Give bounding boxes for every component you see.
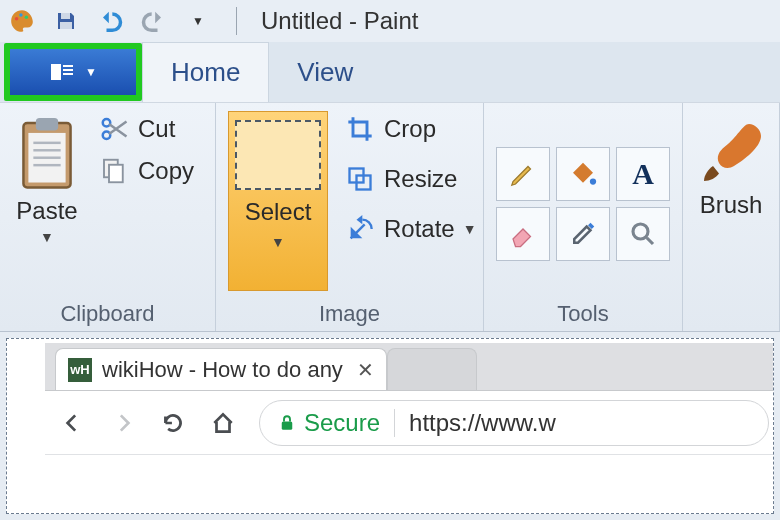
resize-button[interactable]: Resize <box>340 161 481 197</box>
clipboard-icon <box>16 115 78 193</box>
eraser-icon <box>508 219 538 249</box>
customize-qat-icon[interactable]: ▼ <box>184 7 212 35</box>
cut-label: Cut <box>138 115 175 143</box>
fill-icon <box>568 159 598 189</box>
tool-fill[interactable] <box>556 147 610 201</box>
svg-rect-4 <box>60 22 72 29</box>
save-icon[interactable] <box>52 7 80 35</box>
browser-tab-strip: wH wikiHow - How to do any ✕ <box>45 343 774 391</box>
picker-icon <box>568 219 598 249</box>
group-brushes: Brush <box>683 103 780 331</box>
browser-tab-inactive <box>387 348 477 390</box>
tool-pencil[interactable] <box>496 147 550 201</box>
crop-icon <box>344 113 376 145</box>
svg-rect-3 <box>61 13 70 19</box>
tool-text[interactable]: A <box>616 147 670 201</box>
group-image: Select ▼ Crop Resize <box>216 103 484 331</box>
omnibox-separator <box>394 409 395 437</box>
tab-view[interactable]: View <box>269 43 381 102</box>
chevron-down-icon: ▼ <box>271 234 285 250</box>
crop-button[interactable]: Crop <box>340 111 481 147</box>
svg-point-2 <box>25 15 28 18</box>
group-label-image: Image <box>228 297 471 327</box>
file-tab[interactable]: ▼ <box>10 49 136 95</box>
title-separator <box>236 7 237 35</box>
rotate-icon <box>344 213 376 245</box>
secure-label: Secure <box>304 409 380 437</box>
svg-rect-7 <box>63 65 73 67</box>
group-label-tools: Tools <box>496 297 670 327</box>
svg-rect-9 <box>63 73 73 75</box>
select-rect-icon <box>235 120 321 190</box>
home-icon <box>209 409 237 437</box>
canvas[interactable]: wH wikiHow - How to do any ✕ <box>6 338 774 514</box>
svg-point-0 <box>15 17 18 20</box>
rotate-label: Rotate <box>384 215 455 243</box>
paste-label: Paste <box>16 197 77 225</box>
text-icon: A <box>632 157 654 191</box>
file-tab-highlight: ▼ <box>4 43 142 101</box>
browser-tab-title: wikiHow - How to do any <box>102 357 343 383</box>
copy-icon <box>98 155 130 187</box>
svg-rect-8 <box>63 69 73 71</box>
back-icon <box>59 409 87 437</box>
svg-point-23 <box>590 178 596 184</box>
chevron-down-icon: ▼ <box>40 229 54 245</box>
redo-icon[interactable] <box>140 7 168 35</box>
title-bar: ▼ Untitled - Paint <box>0 0 780 42</box>
pasted-browser-image: wH wikiHow - How to do any ✕ <box>45 343 774 455</box>
tab-home[interactable]: Home <box>142 42 269 102</box>
undo-icon[interactable] <box>96 7 124 35</box>
tool-magnifier[interactable] <box>616 207 670 261</box>
canvas-area: wH wikiHow - How to do any ✕ <box>0 332 780 520</box>
group-clipboard: Paste ▼ Cut Copy Clipboard <box>0 103 216 331</box>
secure-indicator: Secure <box>278 409 380 437</box>
copy-label: Copy <box>138 157 194 185</box>
address-bar: Secure https://www.w <box>259 400 769 446</box>
resize-label: Resize <box>384 165 457 193</box>
svg-rect-6 <box>51 64 61 80</box>
brushes-label: Brush <box>700 191 763 219</box>
browser-tab-active: wH wikiHow - How to do any ✕ <box>55 348 387 390</box>
window-title: Untitled - Paint <box>261 7 418 35</box>
scissors-icon <box>98 113 130 145</box>
svg-point-1 <box>19 13 22 16</box>
copy-button[interactable]: Copy <box>94 153 198 189</box>
wikihow-favicon: wH <box>68 358 92 382</box>
magnifier-icon <box>628 219 658 249</box>
ribbon: Paste ▼ Cut Copy Clipboard <box>0 102 780 332</box>
resize-icon <box>344 163 376 195</box>
file-tab-arrow-icon: ▼ <box>85 65 97 79</box>
svg-rect-25 <box>282 421 293 429</box>
url-text: https://www.w <box>409 409 556 437</box>
svg-rect-20 <box>109 165 123 183</box>
palette-icon[interactable] <box>8 7 36 35</box>
group-tools: A Tools <box>484 103 683 331</box>
browser-toolbar: Secure https://www.w <box>45 391 774 455</box>
brush-icon <box>695 115 767 187</box>
svg-point-24 <box>633 224 648 239</box>
cut-button[interactable]: Cut <box>94 111 198 147</box>
svg-rect-12 <box>36 118 58 130</box>
reload-icon <box>159 409 187 437</box>
select-button[interactable]: Select ▼ <box>228 111 328 291</box>
paste-button[interactable]: Paste ▼ <box>12 111 82 297</box>
brushes-button[interactable]: Brush <box>691 111 771 297</box>
select-label: Select <box>245 198 312 226</box>
forward-icon <box>109 409 137 437</box>
lock-icon <box>278 414 296 432</box>
crop-label: Crop <box>384 115 436 143</box>
close-icon: ✕ <box>357 358 374 382</box>
tool-picker[interactable] <box>556 207 610 261</box>
chevron-down-icon: ▼ <box>463 221 477 237</box>
pencil-icon <box>508 159 538 189</box>
rotate-button[interactable]: Rotate ▼ <box>340 211 481 247</box>
tool-eraser[interactable] <box>496 207 550 261</box>
ribbon-tabs: ▼ Home View <box>0 42 780 102</box>
group-label-clipboard: Clipboard <box>12 297 203 327</box>
